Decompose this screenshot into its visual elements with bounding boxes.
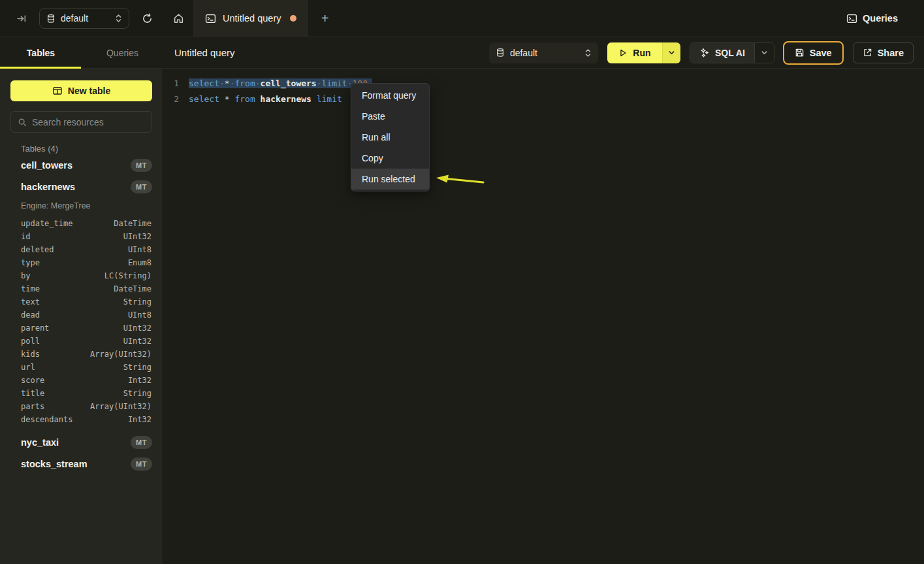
column-name: kids <box>21 350 90 359</box>
column-name: type <box>21 258 128 267</box>
editor-line-1[interactable]: 1 select·*·from·cell_towers·limit·100 <box>163 76 924 91</box>
terminal-icon <box>205 13 216 24</box>
table-name: nyc_taxi <box>21 437 131 448</box>
column-name: title <box>21 389 123 398</box>
column-name: poll <box>21 337 123 346</box>
select-arrows-icon <box>584 48 592 58</box>
save-button[interactable]: Save <box>783 41 844 65</box>
column-type: Array(UInt32) <box>90 350 151 359</box>
editor-line-2[interactable]: 2 select * from hackernews limit <box>163 91 924 107</box>
context-menu-item-copy[interactable]: Copy <box>351 148 429 169</box>
engine-badge: MT <box>131 436 152 449</box>
home-tab[interactable] <box>163 0 193 37</box>
column-name: url <box>21 363 123 372</box>
column-name: dead <box>21 310 128 320</box>
top-bar: default <box>0 0 924 37</box>
save-button-label: Save <box>810 48 832 58</box>
share-button[interactable]: Share <box>853 42 914 63</box>
database-icon <box>46 14 56 24</box>
select-arrows-icon <box>115 14 122 23</box>
column-type: Int32 <box>128 415 151 424</box>
engine-badge: MT <box>131 457 152 471</box>
selected-text: select·*·from·cell_towers·limit·100 <box>189 78 372 88</box>
column-row: deletedUInt8 <box>0 243 163 256</box>
topbar-database-selector[interactable]: default <box>39 8 129 29</box>
search-resources-box <box>10 111 152 133</box>
sidebar-tab-queries[interactable]: Queries <box>82 37 163 69</box>
database-icon <box>496 48 505 58</box>
queries-nav-link[interactable]: Queries <box>846 13 924 24</box>
run-options-dropdown[interactable] <box>662 42 680 63</box>
unsaved-indicator-dot <box>290 15 296 22</box>
refresh-icon[interactable] <box>138 10 155 27</box>
topbar-left-section: default <box>0 0 163 37</box>
line-number: 1 <box>163 76 179 91</box>
toolbar-database-selector[interactable]: default <box>489 42 598 63</box>
column-name: deleted <box>21 245 128 254</box>
column-type: UInt32 <box>123 323 151 333</box>
chevron-down-icon <box>668 49 675 56</box>
column-row: update_timeDateTime <box>0 217 163 230</box>
context-menu-item-format-query[interactable]: Format query <box>351 85 429 106</box>
tables-section-title: Tables (4) <box>21 144 152 154</box>
play-icon <box>618 48 628 58</box>
terminal-icon <box>846 13 857 24</box>
column-name: descendants <box>21 415 128 424</box>
column-row: pollUInt32 <box>0 335 163 348</box>
column-type: UInt8 <box>128 245 151 254</box>
whitespace-dot: · <box>219 78 225 88</box>
table-name: cell_towers <box>21 160 131 171</box>
sql-ai-split-button: SQL AI <box>690 42 774 63</box>
sidebar: Tables Queries New table <box>0 37 163 564</box>
column-type: DateTime <box>114 284 151 293</box>
new-tab-button[interactable]: + <box>308 0 341 37</box>
sql-ai-button[interactable]: SQL AI <box>690 43 754 63</box>
table-name: stocks_stream <box>21 459 131 469</box>
column-name: time <box>21 284 114 293</box>
column-type: String <box>123 389 151 398</box>
query-tab[interactable]: Untitled query <box>193 0 308 37</box>
editor-context-menu: Format query Paste Run all Copy Run sele… <box>351 83 430 191</box>
context-menu-item-run-selected[interactable]: Run selected <box>351 169 429 190</box>
toolbar-database-value: default <box>510 48 579 58</box>
column-name: score <box>21 376 128 385</box>
sidebar-collapse-icon[interactable] <box>13 10 30 27</box>
search-resources-input[interactable] <box>32 117 150 127</box>
context-menu-item-paste[interactable]: Paste <box>351 106 429 127</box>
table-row-hackernews[interactable]: hackernews MT <box>0 176 163 197</box>
column-row: parentUInt32 <box>0 322 163 335</box>
table-name: hackernews <box>21 182 131 192</box>
queries-link-label: Queries <box>863 13 898 24</box>
column-row: urlString <box>0 361 163 374</box>
page-title: Untitled query <box>174 47 235 58</box>
column-name: by <box>21 271 104 280</box>
column-row: kidsArray(UInt32) <box>0 348 163 361</box>
save-icon <box>795 48 805 58</box>
run-button[interactable]: Run <box>607 42 662 63</box>
table-row-cell-towers[interactable]: cell_towers MT <box>0 154 163 176</box>
sql-ai-dropdown[interactable] <box>754 43 774 63</box>
sidebar-content: New table Tables (4) cell_towers MT hack… <box>0 69 163 564</box>
share-button-label: Share <box>878 48 904 58</box>
sql-ai-label: SQL AI <box>715 48 745 58</box>
column-type: UInt8 <box>128 310 151 320</box>
table-row-stocks-stream[interactable]: stocks_stream MT <box>0 453 163 474</box>
column-type: String <box>123 363 151 372</box>
table-engine-label: Engine: MergeTree <box>21 201 152 212</box>
new-table-button[interactable]: New table <box>10 80 152 101</box>
column-name: text <box>21 297 123 307</box>
new-table-label: New table <box>68 86 110 96</box>
column-name: parent <box>21 323 123 333</box>
sparkles-icon <box>699 48 710 58</box>
context-menu-item-run-all[interactable]: Run all <box>351 127 429 148</box>
run-split-button: Run <box>607 42 680 63</box>
sql-editor[interactable]: 1 select·*·from·cell_towers·limit·100 2 … <box>163 69 924 564</box>
share-icon <box>863 48 872 58</box>
app-window: default <box>0 0 924 564</box>
column-name: update_time <box>21 219 114 228</box>
sidebar-tabs: Tables Queries <box>0 37 163 69</box>
column-type: LC(String) <box>104 271 151 280</box>
column-row: descendantsInt32 <box>0 413 163 426</box>
table-row-nyc-taxi[interactable]: nyc_taxi MT <box>0 431 163 453</box>
sidebar-tab-tables[interactable]: Tables <box>0 37 82 69</box>
